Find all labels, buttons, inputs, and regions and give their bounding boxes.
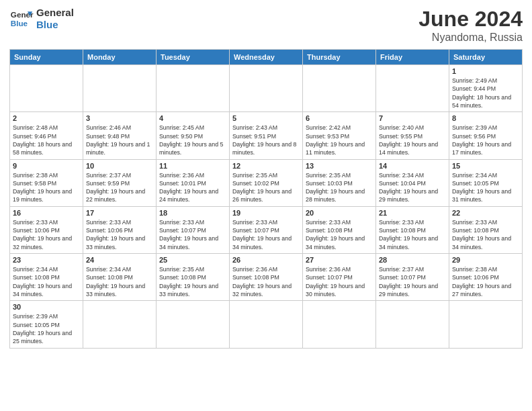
day-25: 25 Sunrise: 2:35 AMSunset: 10:08 PMDayli…	[157, 254, 230, 301]
empty-cell	[83, 65, 157, 112]
day-19: 19 Sunrise: 2:33 AMSunset: 10:07 PMDayli…	[230, 206, 303, 253]
empty-cell	[83, 301, 157, 348]
title-location: Nyandoma, Russia	[418, 32, 523, 44]
day-2: 2 Sunrise: 2:48 AMSunset: 9:46 PMDayligh…	[10, 112, 83, 159]
day-21: 21 Sunrise: 2:33 AMSunset: 10:08 PMDayli…	[376, 206, 449, 253]
day-1-sunrise: Sunrise: 2:49 AM	[452, 77, 497, 84]
day-15: 15 Sunrise: 2:34 AMSunset: 10:05 PMDayli…	[449, 159, 523, 206]
header-wednesday: Wednesday	[230, 50, 303, 65]
title-month: June 2024	[418, 7, 523, 32]
day-13: 13 Sunrise: 2:35 AMSunset: 10:03 PMDayli…	[303, 159, 376, 206]
empty-cell	[230, 65, 303, 112]
day-24: 24 Sunrise: 2:34 AMSunset: 10:08 PMDayli…	[83, 254, 157, 301]
calendar-table: Sunday Monday Tuesday Wednesday Thursday…	[9, 49, 523, 349]
empty-cell	[303, 65, 376, 112]
day-20: 20 Sunrise: 2:33 AMSunset: 10:08 PMDayli…	[303, 206, 376, 253]
day-30: 30 Sunrise: 2:39 AMSunset: 10:05 PMDayli…	[10, 301, 83, 348]
empty-cell	[376, 301, 449, 348]
day-11: 11 Sunrise: 2:36 AMSunset: 10:01 PMDayli…	[157, 159, 230, 206]
day-10: 10 Sunrise: 2:37 AMSunset: 9:59 PMDaylig…	[83, 159, 157, 206]
day-7: 7 Sunrise: 2:40 AMSunset: 9:55 PMDayligh…	[376, 112, 449, 159]
empty-cell	[303, 301, 376, 348]
day-17: 17 Sunrise: 2:33 AMSunset: 10:06 PMDayli…	[83, 206, 157, 253]
day-1-daylight: Daylight: 18 hours and 54 minutes.	[452, 94, 511, 109]
day-6: 6 Sunrise: 2:42 AMSunset: 9:53 PMDayligh…	[303, 112, 376, 159]
header: General Blue General Blue June 2024 Nyan…	[9, 7, 523, 44]
day-4: 4 Sunrise: 2:45 AMSunset: 9:50 PMDayligh…	[157, 112, 230, 159]
header-friday: Friday	[376, 50, 449, 65]
empty-cell	[376, 65, 449, 112]
logo-icon: General Blue	[9, 7, 34, 31]
week-row-5: 23 Sunrise: 2:34 AMSunset: 10:08 PMDayli…	[10, 254, 523, 301]
header-sunday: Sunday	[10, 50, 83, 65]
week-row-3: 9 Sunrise: 2:38 AMSunset: 9:58 PMDayligh…	[10, 159, 523, 206]
logo-blue-text: Blue	[36, 19, 74, 31]
day-23: 23 Sunrise: 2:34 AMSunset: 10:08 PMDayli…	[10, 254, 83, 301]
header-saturday: Saturday	[449, 50, 523, 65]
title-block: June 2024 Nyandoma, Russia	[418, 7, 523, 44]
day-18: 18 Sunrise: 2:33 AMSunset: 10:07 PMDayli…	[157, 206, 230, 253]
empty-cell	[157, 301, 230, 348]
day-1: 1 Sunrise: 2:49 AM Sunset: 9:44 PM Dayli…	[449, 65, 523, 112]
day-8: 8 Sunrise: 2:39 AMSunset: 9:56 PMDayligh…	[449, 112, 523, 159]
empty-cell	[10, 65, 83, 112]
empty-cell	[157, 65, 230, 112]
logo-general-text: General	[36, 7, 74, 19]
day-14: 14 Sunrise: 2:34 AMSunset: 10:04 PMDayli…	[376, 159, 449, 206]
week-row-6: 30 Sunrise: 2:39 AMSunset: 10:05 PMDayli…	[10, 301, 523, 348]
week-row-1: 1 Sunrise: 2:49 AM Sunset: 9:44 PM Dayli…	[10, 65, 523, 112]
empty-cell	[449, 301, 523, 348]
day-9: 9 Sunrise: 2:38 AMSunset: 9:58 PMDayligh…	[10, 159, 83, 206]
day-16: 16 Sunrise: 2:33 AMSunset: 10:06 PMDayli…	[10, 206, 83, 253]
day-29: 29 Sunrise: 2:38 AMSunset: 10:06 PMDayli…	[449, 254, 523, 301]
header-monday: Monday	[83, 50, 157, 65]
day-3: 3 Sunrise: 2:46 AMSunset: 9:48 PMDayligh…	[83, 112, 157, 159]
day-12: 12 Sunrise: 2:35 AMSunset: 10:02 PMDayli…	[230, 159, 303, 206]
day-27: 27 Sunrise: 2:36 AMSunset: 10:07 PMDayli…	[303, 254, 376, 301]
header-thursday: Thursday	[303, 50, 376, 65]
day-28: 28 Sunrise: 2:37 AMSunset: 10:07 PMDayli…	[376, 254, 449, 301]
empty-cell	[230, 301, 303, 348]
weekday-header-row: Sunday Monday Tuesday Wednesday Thursday…	[10, 50, 523, 65]
day-22: 22 Sunrise: 2:33 AMSunset: 10:08 PMDayli…	[449, 206, 523, 253]
week-row-4: 16 Sunrise: 2:33 AMSunset: 10:06 PMDayli…	[10, 206, 523, 253]
page: General Blue General Blue June 2024 Nyan…	[0, 0, 532, 411]
logo: General Blue General Blue	[9, 7, 74, 31]
day-26: 26 Sunrise: 2:36 AMSunset: 10:08 PMDayli…	[230, 254, 303, 301]
day-5: 5 Sunrise: 2:43 AMSunset: 9:51 PMDayligh…	[230, 112, 303, 159]
svg-text:Blue: Blue	[11, 19, 28, 28]
day-1-sunset: Sunset: 9:44 PM	[452, 85, 496, 92]
week-row-2: 2 Sunrise: 2:48 AMSunset: 9:46 PMDayligh…	[10, 112, 523, 159]
header-tuesday: Tuesday	[157, 50, 230, 65]
